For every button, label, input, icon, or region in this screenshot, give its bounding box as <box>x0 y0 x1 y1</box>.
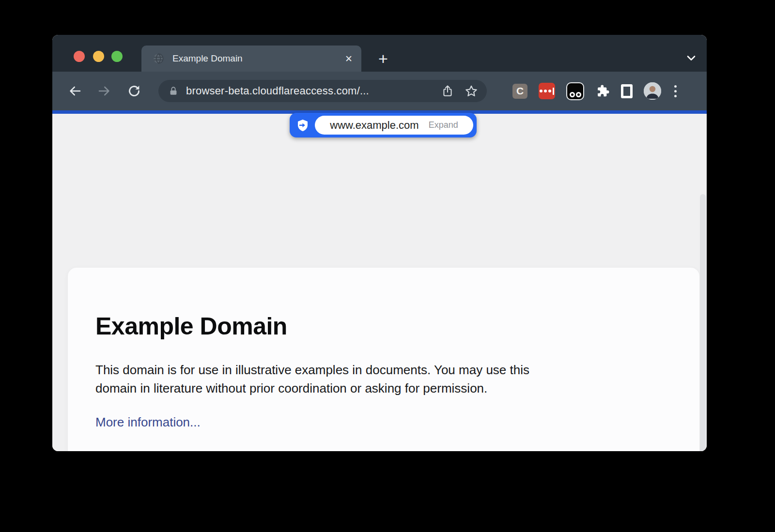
extension-row: C <box>512 72 679 110</box>
traffic-light-close-button[interactable] <box>74 51 85 62</box>
back-icon[interactable] <box>68 84 82 98</box>
extension-two-circles-button[interactable] <box>566 82 584 100</box>
browser-window: Example Domain ✕ + <box>52 35 707 451</box>
extension-password-manager-button[interactable] <box>539 83 555 99</box>
tab-title: Example Domain <box>172 53 345 64</box>
bookmark-star-icon[interactable] <box>465 84 478 98</box>
expand-button[interactable]: Expand <box>429 120 458 130</box>
address-bar[interactable]: browser-beta.cloudflareaccess.com/... <box>158 80 487 102</box>
shield-arrow-icon <box>296 119 310 132</box>
paragraph-line: This domain is for use in illustrative e… <box>95 361 672 379</box>
chevron-down-icon[interactable] <box>685 52 697 64</box>
globe-favicon-icon <box>152 52 165 65</box>
page-title: Example Domain <box>95 312 672 340</box>
traffic-light-minimize-button[interactable] <box>93 51 104 62</box>
browser-menu-icon[interactable] <box>672 85 679 97</box>
tab-strip: Example Domain ✕ + <box>52 35 707 72</box>
isolation-pill[interactable]: www.example.com Expand <box>290 113 477 137</box>
isolated-domain-text: www.example.com <box>330 119 418 132</box>
page-paragraph: This domain is for use in illustrative e… <box>95 361 672 397</box>
browser-toolbar: browser-beta.cloudflareaccess.com/... C <box>52 72 707 110</box>
extensions-puzzle-icon[interactable] <box>595 84 610 98</box>
url-text: browser-beta.cloudflareaccess.com/... <box>186 85 441 97</box>
share-icon[interactable] <box>441 85 454 97</box>
tab-close-icon[interactable]: ✕ <box>345 54 353 63</box>
traffic-light-zoom-button[interactable] <box>111 51 123 62</box>
isolation-domain-pill: www.example.com Expand <box>315 116 473 135</box>
content-card: Example Domain This domain is for use in… <box>68 268 699 451</box>
reload-icon[interactable] <box>127 84 141 98</box>
lock-icon[interactable] <box>168 86 179 96</box>
profile-avatar[interactable] <box>644 82 661 100</box>
side-panel-icon[interactable] <box>621 84 633 98</box>
page-background: Example Domain This domain is for use in… <box>52 114 707 451</box>
browser-tab[interactable]: Example Domain ✕ <box>141 46 361 72</box>
more-information-link[interactable]: More information... <box>95 415 201 430</box>
forward-icon[interactable] <box>97 84 111 98</box>
scrollbar-thumb[interactable] <box>700 194 706 451</box>
new-tab-button[interactable]: + <box>373 48 393 69</box>
paragraph-line: domain in literature without prior coord… <box>95 379 672 397</box>
extension-c-button[interactable]: C <box>512 84 527 99</box>
